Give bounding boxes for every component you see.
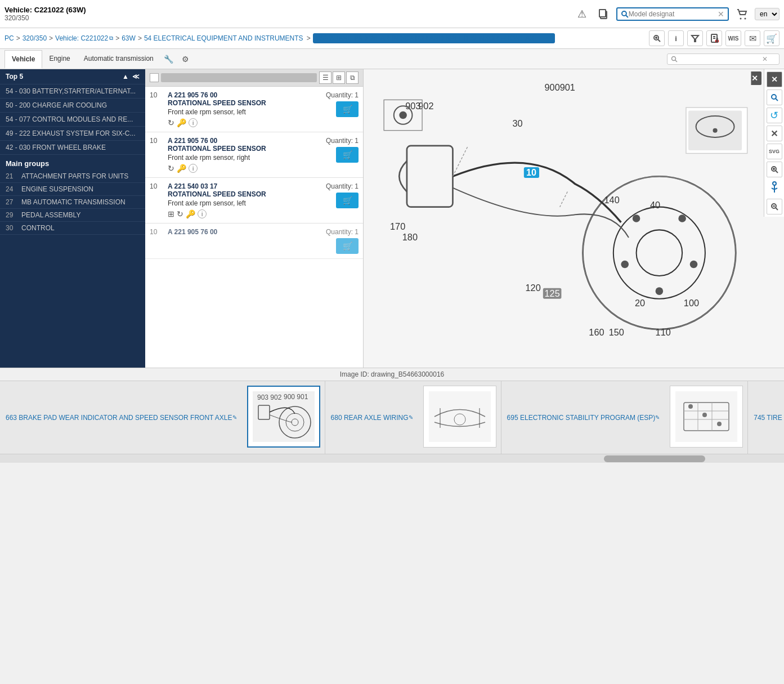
svg-point-66 bbox=[773, 182, 776, 185]
filter-btn[interactable] bbox=[687, 30, 703, 46]
language-select[interactable]: en de fr bbox=[755, 8, 779, 20]
breadcrumb-page[interactable]: 320/350 bbox=[23, 34, 47, 42]
breadcrumb-cart-btn[interactable]: 🛒 bbox=[764, 30, 779, 46]
top-search-box[interactable]: ✕ bbox=[616, 7, 729, 21]
bottom-scrollbar[interactable] bbox=[0, 454, 784, 463]
sidebar-group-21[interactable]: 21 ATTACHMENT PARTS FOR UNITS bbox=[0, 170, 145, 183]
thumbnail-img-1[interactable] bbox=[423, 386, 496, 448]
part-0-key-icon[interactable]: 🔑 bbox=[177, 118, 186, 127]
zoom-out-diagram-btn[interactable] bbox=[767, 199, 782, 214]
sidebar-group-24[interactable]: 24 ENGINE SUSPENSION bbox=[0, 183, 145, 196]
part-1-key-icon[interactable]: 🔑 bbox=[177, 164, 186, 173]
tab-wrench-icon[interactable]: 🔧 bbox=[160, 51, 177, 68]
thumbnail-label-2[interactable]: 695 ELECTRONIC STABILITY PROGRAM (ESP) ✎ bbox=[504, 412, 664, 424]
active-breadcrumb-dropdown[interactable]: 663 BRAKE PAD WEAR INDICATOR AND SPEED S… bbox=[313, 33, 555, 43]
list-view-icon[interactable]: ☰ bbox=[319, 71, 331, 84]
parts-panel-header: ☰ ⊞ ⧉ bbox=[145, 69, 363, 87]
part-1-number[interactable]: A 221 905 76 00 bbox=[168, 137, 321, 145]
thumbnail-label-3[interactable]: 745 TIRE PRESSURE CHECK ✎ bbox=[750, 412, 784, 424]
sidebar-item-2[interactable]: 54 - 077 CONTROL MODULES AND RE... bbox=[0, 113, 145, 127]
zoom-in-btn[interactable] bbox=[649, 30, 665, 46]
part-0-refresh-icon[interactable]: ↻ bbox=[168, 118, 174, 127]
sidebar-header-icons[interactable]: ▲ ≪ bbox=[122, 73, 140, 81]
part-2-number[interactable]: A 221 540 03 17 bbox=[168, 182, 321, 190]
wis-btn[interactable]: WIS bbox=[725, 30, 741, 46]
top-search-input[interactable] bbox=[629, 10, 718, 18]
svg-marker-11 bbox=[692, 35, 698, 42]
tab-gear-icon[interactable]: ⚙ bbox=[177, 51, 194, 68]
svg-text:20: 20 bbox=[635, 298, 645, 308]
part-2-add-to-cart[interactable]: 🛒 bbox=[336, 193, 359, 208]
part-2-key-icon[interactable]: 🔑 bbox=[186, 209, 195, 218]
part-0-number[interactable]: A 221 905 76 00 bbox=[168, 91, 321, 99]
copy-button[interactable] bbox=[595, 6, 612, 23]
svg-btn[interactable]: SVG bbox=[767, 144, 782, 159]
thumbnail-label-1[interactable]: 680 REAR AXLE WIRING ✎ bbox=[328, 412, 416, 424]
part-0-info-icon[interactable]: i bbox=[189, 118, 198, 127]
svg-text:30: 30 bbox=[512, 118, 522, 128]
tab-search-box[interactable]: ✕ bbox=[667, 53, 779, 65]
thumbnail-img-2[interactable] bbox=[670, 386, 743, 448]
part-1-refresh-icon[interactable]: ↻ bbox=[168, 164, 174, 173]
close-diagram-btn[interactable]: ✕ bbox=[767, 71, 782, 87]
sidebar-group-30[interactable]: 30 CONTROL bbox=[0, 222, 145, 235]
part-3-number[interactable]: A 221 905 76 00 bbox=[168, 228, 321, 236]
sidebar-item-3[interactable]: 49 - 222 EXHAUST SYSTEM FOR SIX-C... bbox=[0, 127, 145, 141]
sidebar-group-label-29: PEDAL ASSEMBLY bbox=[21, 211, 140, 219]
tab-search-clear[interactable]: ✕ bbox=[762, 55, 768, 63]
thumbnail-img-0[interactable]: 903 902 900 901 bbox=[247, 386, 320, 448]
sidebar-item-4[interactable]: 42 - 030 FRONT WHEEL BRAKE bbox=[0, 141, 145, 155]
thumbnails-bar: 663 BRAKE PAD WEAR INDICATOR AND SPEED S… bbox=[0, 381, 784, 454]
history-diagram-btn[interactable]: ↺ bbox=[767, 108, 782, 123]
alert-button[interactable]: ⚠ bbox=[574, 6, 590, 23]
sidebar-collapse-icon[interactable]: ▲ bbox=[122, 73, 129, 81]
tab-search-input[interactable] bbox=[678, 55, 762, 63]
cart-button[interactable] bbox=[733, 6, 750, 23]
tab-auto-trans[interactable]: Automatic transmission bbox=[77, 50, 160, 68]
svg-line-69 bbox=[776, 208, 778, 210]
sidebar-item-1[interactable]: 50 - 200 CHARGE AIR COOLING bbox=[0, 99, 145, 113]
vehicle-title: Vehicle: C221022 (63W) bbox=[5, 6, 86, 14]
thumb-1-edit-icon[interactable]: ✎ bbox=[409, 414, 413, 421]
grid-view-icon[interactable]: ⊞ bbox=[333, 71, 345, 84]
part-3-add-to-cart[interactable]: 🛒 bbox=[336, 238, 359, 254]
sidebar-group-27[interactable]: 27 MB AUTOMATIC TRANSMISSION bbox=[0, 196, 145, 209]
part-2-grid-icon[interactable]: ⊞ bbox=[168, 209, 174, 218]
breadcrumb-63w[interactable]: 63W bbox=[122, 34, 136, 42]
svg-point-3 bbox=[622, 11, 626, 16]
expand-view-icon[interactable]: ⧉ bbox=[346, 71, 359, 84]
top-search-clear[interactable]: ✕ bbox=[718, 10, 724, 19]
sidebar-minimize-icon[interactable]: ≪ bbox=[132, 73, 140, 81]
thumbnail-section-0: 663 BRAKE PAD WEAR INDICATOR AND SPEED S… bbox=[0, 381, 325, 454]
part-2-refresh-icon[interactable]: ↻ bbox=[177, 209, 183, 218]
diagram-anchor-icon[interactable] bbox=[770, 180, 778, 196]
svg-point-90 bbox=[717, 422, 722, 426]
copy-icon-small[interactable]: ⧉ bbox=[109, 35, 113, 42]
sidebar-item-0[interactable]: 54 - 030 BATTERY,STARTER/ALTERNAT... bbox=[0, 84, 145, 99]
part-1-info-icon[interactable]: i bbox=[189, 164, 198, 173]
doc-btn[interactable]: ! bbox=[706, 30, 722, 46]
scrollbar-thumb[interactable] bbox=[604, 455, 705, 462]
breadcrumb-pc[interactable]: PC bbox=[5, 34, 14, 42]
thumb-0-edit-icon[interactable]: ✎ bbox=[232, 414, 237, 421]
part-1-quantity: Quantity: 1 🛒 bbox=[326, 137, 359, 163]
part-1-add-to-cart[interactable]: 🛒 bbox=[336, 147, 359, 163]
email-btn[interactable]: ✉ bbox=[745, 30, 760, 46]
parts-select-all-checkbox[interactable] bbox=[150, 73, 159, 82]
sidebar-group-29[interactable]: 29 PEDAL ASSEMBLY bbox=[0, 209, 145, 222]
tab-vehicle[interactable]: Vehicle bbox=[5, 50, 42, 69]
close-x-btn[interactable]: ✕ bbox=[767, 126, 782, 141]
breadcrumb-54[interactable]: 54 ELECTRICAL EQUIPMENT AND INSTRUMENTS bbox=[144, 34, 303, 42]
tab-engine[interactable]: Engine bbox=[42, 50, 77, 68]
thumb-2-edit-icon[interactable]: ✎ bbox=[655, 414, 660, 421]
search-diagram-btn[interactable] bbox=[767, 90, 782, 105]
svg-point-5 bbox=[740, 17, 742, 19]
thumbnail-label-0[interactable]: 663 BRAKE PAD WEAR INDICATOR AND SPEED S… bbox=[2, 412, 240, 424]
part-2-info-icon[interactable]: i bbox=[198, 209, 207, 218]
part-1-name: ROTATIONAL SPEED SENSOR bbox=[168, 145, 321, 153]
part-0-add-to-cart[interactable]: 🛒 bbox=[336, 101, 359, 117]
info-btn[interactable]: i bbox=[668, 30, 684, 46]
part-2-header: 10 A 221 540 03 17 ROTATIONAL SPEED SENS… bbox=[150, 182, 359, 218]
breadcrumb-vehicle[interactable]: Vehicle: C221022 bbox=[55, 34, 108, 42]
zoom-in-diagram-btn[interactable] bbox=[767, 162, 782, 177]
